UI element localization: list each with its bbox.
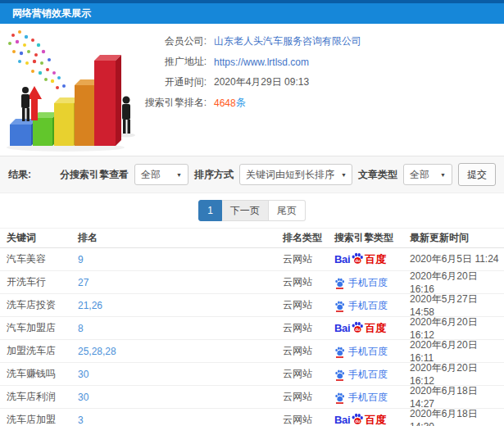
rank-type-cell: 云网站 bbox=[283, 413, 334, 426]
chevron-down-icon: ▼ bbox=[176, 172, 182, 178]
mobile-baidu-logo: 手机百度 bbox=[334, 369, 388, 379]
rank-link[interactable]: 30 bbox=[78, 392, 89, 403]
baidu-logo-hanzi: 百度 bbox=[365, 323, 386, 333]
article-select-value: 全部 bbox=[410, 168, 429, 182]
member-company-link[interactable]: 山东老人头汽车服务咨询有限公司 bbox=[214, 34, 361, 48]
results-table: 关键词 排名 排名类型 搜索引擎类型 最新更新时间 汽车美容 9 云网站 Bai… bbox=[0, 228, 504, 426]
mobile-baidu-paw-icon bbox=[334, 347, 345, 356]
filter-bar: 结果: 分搜索引擎查看 全部 ▼ 排序方式 关键词由短到长排序 ▼ 文章类型 全… bbox=[0, 156, 504, 193]
keyword-cell: 汽车加盟店 bbox=[0, 321, 78, 335]
filter-controls: 分搜索引擎查看 全部 ▼ 排序方式 关键词由短到长排序 ▼ 文章类型 全部 ▼ … bbox=[60, 163, 496, 186]
engine-rank-row: 搜索引擎排名: 4648 条 bbox=[138, 93, 504, 113]
baidu-logo: Bai du 百度 bbox=[334, 413, 386, 426]
table-row: 汽车美容 9 云网站 Bai du 百度 2020年6月5日 11:24 bbox=[0, 248, 504, 271]
open-time-row: 开通时间: 2020年4月29日 09:13 bbox=[138, 72, 504, 93]
engine-filter-label: 分搜索引擎查看 bbox=[60, 168, 129, 182]
engine-select-value: 全部 bbox=[141, 168, 161, 182]
updated-cell: 2020年6月18日 14:27 bbox=[410, 384, 504, 410]
mobile-baidu-logo: 手机百度 bbox=[334, 347, 388, 356]
member-company-row: 会员公司: 山东老人头汽车服务咨询有限公司 bbox=[138, 31, 504, 52]
header-rank-type: 排名类型 bbox=[283, 231, 334, 245]
next-page-button[interactable]: 下一页 bbox=[222, 200, 269, 221]
rank-type-cell: 云网站 bbox=[283, 275, 334, 289]
updated-cell: 2020年6月18日 14:30 bbox=[410, 407, 504, 426]
baidu-logo-hanzi: 百度 bbox=[365, 415, 386, 425]
keyword-cell: 加盟洗车店 bbox=[0, 344, 78, 358]
mobile-baidu-text: 手机百度 bbox=[348, 278, 388, 288]
promo-url-link[interactable]: https://www.lrtlsd.com bbox=[214, 57, 309, 68]
page-1-button[interactable]: 1 bbox=[198, 200, 222, 221]
chevron-down-icon: ▼ bbox=[341, 172, 347, 178]
rank-type-cell: 云网站 bbox=[283, 298, 334, 312]
rank-type-cell: 云网站 bbox=[283, 390, 334, 404]
baidu-logo: Bai du 百度 bbox=[334, 321, 386, 335]
baidu-logo-bai: Bai bbox=[334, 323, 350, 333]
mobile-baidu-paw-icon bbox=[334, 369, 345, 379]
mobile-baidu-logo: 手机百度 bbox=[334, 301, 388, 310]
engine-select[interactable]: 全部 ▼ bbox=[134, 164, 188, 185]
rank-link[interactable]: 3 bbox=[78, 415, 84, 426]
promo-url-row: 推广地址: https://www.lrtlsd.com bbox=[138, 52, 504, 72]
last-page-button[interactable]: 尾页 bbox=[269, 200, 306, 221]
table-row: 洗车店利润 30 云网站 手机百度 2020年6月18日 14:27 bbox=[0, 386, 504, 409]
svg-text:du: du bbox=[355, 327, 360, 332]
rank-link[interactable]: 8 bbox=[78, 323, 84, 334]
confetti-dots bbox=[8, 30, 66, 89]
updated-cell: 2020年6月5日 11:24 bbox=[410, 252, 504, 266]
rank-link[interactable]: 21,26 bbox=[78, 300, 102, 311]
app-header: 网络营销效果展示 bbox=[0, 0, 504, 24]
engine-cell: 手机百度 bbox=[334, 392, 410, 402]
engine-cell: 手机百度 bbox=[334, 369, 410, 379]
engine-rank-count: 4648 bbox=[214, 97, 236, 109]
businessman-left bbox=[21, 87, 30, 121]
table-row: 汽车加盟店 8 云网站 Bai du 百度 2020年6月20日 16:12 bbox=[0, 317, 504, 340]
keyword-cell: 洗车店利润 bbox=[0, 390, 78, 404]
table-body: 汽车美容 9 云网站 Bai du 百度 2020年6月5日 11:24 开洗车… bbox=[0, 248, 504, 426]
updated-cell: 2020年6月20日 16:11 bbox=[410, 338, 504, 364]
mobile-baidu-paw-icon bbox=[334, 278, 345, 288]
engine-cell: Bai du 百度 bbox=[334, 252, 410, 266]
header-engine-type: 搜索引擎类型 bbox=[334, 231, 410, 245]
article-type-select[interactable]: 全部 ▼ bbox=[403, 164, 452, 185]
header-rank: 排名 bbox=[78, 231, 283, 245]
table-row: 开洗车行 27 云网站 手机百度 2020年6月20日 16:16 bbox=[0, 271, 504, 294]
keyword-cell: 洗车店投资 bbox=[0, 298, 78, 312]
header-updated: 最新更新时间 bbox=[410, 231, 504, 245]
updated-cell: 2020年6月20日 16:12 bbox=[410, 361, 504, 387]
rank-type-cell: 云网站 bbox=[283, 367, 334, 381]
sort-select-value: 关键词由短到长排序 bbox=[246, 168, 334, 182]
mobile-baidu-text: 手机百度 bbox=[348, 347, 388, 356]
pagination: 1 下一页 尾页 bbox=[0, 193, 504, 228]
sort-select[interactable]: 关键词由短到长排序 ▼ bbox=[239, 164, 352, 185]
rank-link[interactable]: 9 bbox=[78, 254, 84, 265]
rank-link[interactable]: 25,28,28 bbox=[78, 346, 116, 357]
rank-link[interactable]: 30 bbox=[78, 369, 89, 380]
table-row: 洗车赚钱吗 30 云网站 手机百度 2020年6月20日 16:12 bbox=[0, 363, 504, 386]
open-time-value: 2020年4月29日 09:13 bbox=[214, 75, 309, 89]
engine-cell: Bai du 百度 bbox=[334, 413, 410, 426]
rank-type-cell: 云网站 bbox=[283, 252, 334, 266]
mobile-baidu-text: 手机百度 bbox=[348, 369, 388, 379]
bar-chart-illustration bbox=[2, 27, 157, 154]
page-title: 网络营销效果展示 bbox=[12, 7, 91, 20]
submit-button[interactable]: 提交 bbox=[458, 163, 496, 186]
baidu-logo-bai: Bai bbox=[334, 415, 350, 425]
engine-cell: 手机百度 bbox=[334, 278, 410, 288]
table-header: 关键词 排名 排名类型 搜索引擎类型 最新更新时间 bbox=[0, 228, 504, 248]
engine-cell: 手机百度 bbox=[334, 347, 410, 356]
rank-type-cell: 云网站 bbox=[283, 321, 334, 335]
updated-cell: 2020年6月20日 16:12 bbox=[410, 315, 504, 341]
baidu-paw-icon: du bbox=[351, 252, 364, 265]
mobile-baidu-paw-icon bbox=[334, 301, 345, 310]
table-row: 加盟洗车店 25,28,28 云网站 手机百度 2020年6月20日 16:11 bbox=[0, 340, 504, 363]
header-keyword: 关键词 bbox=[0, 231, 78, 245]
svg-text:du: du bbox=[355, 258, 360, 263]
rank-link[interactable]: 27 bbox=[78, 277, 89, 288]
results-section-label: 结果: bbox=[8, 168, 31, 182]
updated-cell: 2020年6月20日 16:16 bbox=[410, 270, 504, 295]
keyword-cell: 汽车美容 bbox=[0, 252, 78, 266]
member-info: 会员公司: 山东老人头汽车服务咨询有限公司 推广地址: https://www.… bbox=[138, 24, 504, 113]
baidu-logo-hanzi: 百度 bbox=[365, 254, 386, 265]
baidu-paw-icon: du bbox=[351, 321, 364, 333]
sort-filter-label: 排序方式 bbox=[194, 168, 234, 182]
